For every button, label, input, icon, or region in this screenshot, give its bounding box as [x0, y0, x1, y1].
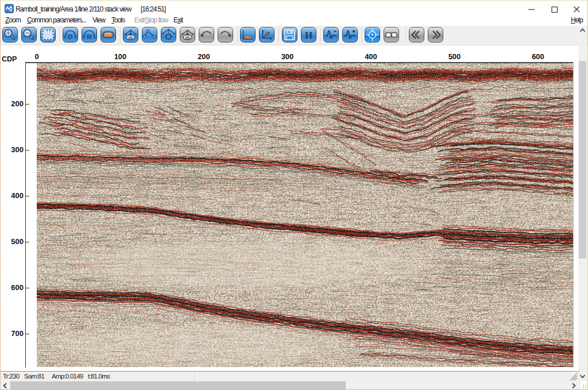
svg-text:db: db: [127, 34, 133, 40]
svg-text:R: R: [87, 33, 92, 40]
svg-text:H: H: [304, 30, 312, 41]
svg-text:db: db: [184, 34, 190, 40]
svg-text:D: D: [68, 33, 72, 40]
svg-text:k: k: [270, 36, 273, 41]
